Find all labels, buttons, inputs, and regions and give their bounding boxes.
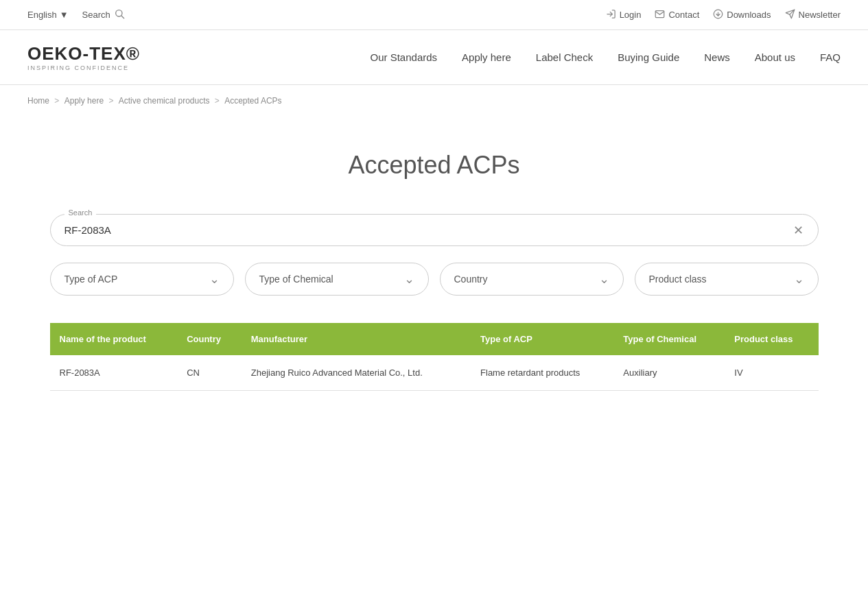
- search-label: Search: [64, 208, 97, 217]
- breadcrumb-item-apply-here[interactable]: Apply here: [64, 96, 104, 106]
- nav-link-about-us[interactable]: About us: [755, 51, 795, 63]
- table-body: RF-2083ACNZhejiang Ruico Advanced Materi…: [50, 355, 819, 391]
- logo-sub-text: INSPIRING CONFIDENCE: [27, 64, 140, 71]
- filter-label-product-class: Product class: [649, 274, 707, 285]
- cell-row0-col1: CN: [177, 355, 242, 391]
- login-icon: [606, 9, 616, 21]
- logo[interactable]: OEKO-TEX® INSPIRING CONFIDENCE: [27, 43, 140, 71]
- filters-row: Type of ACP⌄Type of Chemical⌄Country⌄Pro…: [50, 263, 819, 296]
- nav-link-faq[interactable]: FAQ: [820, 51, 841, 63]
- login-label: Login: [620, 10, 642, 20]
- newsletter-icon: [785, 9, 795, 21]
- breadcrumb: Home > Apply here > Active chemical prod…: [0, 85, 868, 117]
- filter-type-of-chemical[interactable]: Type of Chemical⌄: [245, 263, 429, 296]
- cell-row0-col5: IV: [725, 355, 818, 391]
- breadcrumb-separator: >: [213, 96, 222, 106]
- breadcrumb-item-active-chemical-products[interactable]: Active chemical products: [119, 96, 210, 106]
- login-link[interactable]: Login: [606, 9, 642, 21]
- col-manufacturer: Manufacturer: [242, 323, 471, 355]
- contact-link[interactable]: Contact: [655, 9, 699, 21]
- breadcrumb-separator: >: [52, 96, 62, 106]
- mail-icon: [655, 9, 665, 21]
- top-bar: English ▼ Search Login: [0, 0, 868, 30]
- col-name: Name of the product: [50, 323, 178, 355]
- download-icon: [713, 9, 723, 21]
- logo-main-text: OEKO-TEX®: [27, 43, 140, 64]
- table-row: RF-2083ACNZhejiang Ruico Advanced Materi…: [50, 355, 819, 391]
- svg-line-1: [121, 16, 124, 19]
- cell-row0-col3: Flame retardant products: [471, 355, 613, 391]
- filter-product-class[interactable]: Product class⌄: [635, 263, 819, 296]
- downloads-label: Downloads: [727, 10, 771, 20]
- filter-country[interactable]: Country⌄: [440, 263, 624, 296]
- breadcrumb-item-home[interactable]: Home: [27, 96, 49, 106]
- nav-links: Our StandardsApply hereLabel CheckBuying…: [371, 51, 841, 63]
- downloads-link[interactable]: Downloads: [713, 9, 771, 21]
- filter-label-country: Country: [454, 274, 488, 285]
- col-product-class: Product class: [725, 323, 818, 355]
- cell-row0-col4: Auxiliary: [613, 355, 725, 391]
- nav-bar: OEKO-TEX® INSPIRING CONFIDENCE Our Stand…: [0, 30, 868, 85]
- newsletter-link[interactable]: Newsletter: [785, 9, 841, 21]
- col-country: Country: [177, 323, 242, 355]
- nav-link-label-check[interactable]: Label Check: [536, 51, 593, 63]
- filter-label-type-of-chemical: Type of Chemical: [259, 274, 333, 285]
- search-icon: [114, 8, 125, 21]
- top-search[interactable]: Search: [82, 8, 125, 21]
- search-input[interactable]: [51, 215, 818, 245]
- nav-link-apply-here[interactable]: Apply here: [462, 51, 511, 63]
- nav-link-buying-guide[interactable]: Buying Guide: [618, 51, 679, 63]
- chevron-down-icon: ⌄: [599, 272, 609, 287]
- top-search-label: Search: [82, 10, 110, 20]
- language-selector[interactable]: English ▼: [27, 10, 69, 20]
- chevron-down-icon: ▼: [60, 10, 69, 20]
- filter-type-of-acp[interactable]: Type of ACP⌄: [50, 263, 234, 296]
- col-type-chemical: Type of Chemical: [613, 323, 725, 355]
- contact-label: Contact: [668, 10, 699, 20]
- filter-label-type-of-acp: Type of ACP: [64, 274, 118, 285]
- page-content: Accepted ACPs Search ✕ Type of ACP⌄Type …: [23, 117, 846, 432]
- nav-link-our-standards[interactable]: Our Standards: [371, 51, 438, 63]
- cell-row0-col0: RF-2083A: [50, 355, 178, 391]
- search-container: Search ✕: [50, 214, 819, 246]
- newsletter-label: Newsletter: [799, 10, 841, 20]
- chevron-down-icon: ⌄: [404, 272, 414, 287]
- chevron-down-icon: ⌄: [794, 272, 804, 287]
- nav-link-news[interactable]: News: [704, 51, 730, 63]
- breadcrumb-separator: >: [106, 96, 116, 106]
- language-label: English: [27, 10, 57, 20]
- breadcrumb-item-accepted-acps[interactable]: Accepted ACPs: [224, 96, 281, 106]
- top-bar-left: English ▼ Search: [27, 8, 125, 21]
- results-table: Name of the productCountryManufacturerTy…: [50, 323, 819, 391]
- page-title: Accepted ACPs: [50, 151, 819, 180]
- table-header: Name of the productCountryManufacturerTy…: [50, 323, 819, 355]
- cell-row0-col2: Zhejiang Ruico Advanced Material Co., Lt…: [242, 355, 471, 391]
- clear-search-button[interactable]: ✕: [790, 222, 807, 239]
- top-bar-right: Login Contact Downloads: [606, 9, 841, 21]
- chevron-down-icon: ⌄: [209, 272, 220, 287]
- col-type-acp: Type of ACP: [471, 323, 613, 355]
